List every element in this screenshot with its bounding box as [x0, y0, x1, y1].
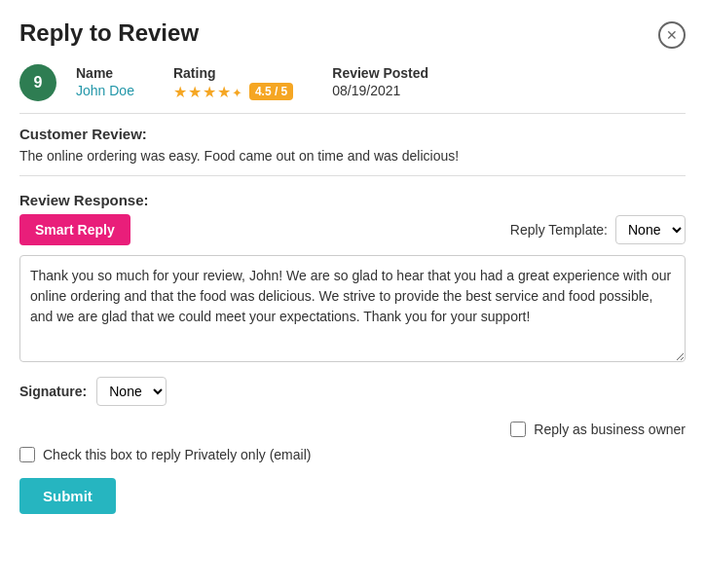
- template-row: Reply Template: None: [510, 215, 686, 244]
- customer-review-section: Customer Review: The online ordering was…: [19, 126, 686, 164]
- avatar: 9: [19, 64, 56, 101]
- smart-reply-button[interactable]: Smart Reply: [19, 214, 130, 245]
- rating-block: Rating ★★★★✦ 4.5 / 5: [173, 65, 293, 101]
- bottom-options: Reply as business owner Check this box t…: [19, 422, 686, 462]
- rating-badge: 4.5 / 5: [249, 83, 293, 100]
- reviewer-info: Name John Doe Rating ★★★★✦ 4.5 / 5 Revie…: [76, 65, 428, 101]
- customer-review-text: The online ordering was easy. Food came …: [19, 148, 686, 164]
- name-value: John Doe: [76, 83, 134, 98]
- private-reply-checkbox[interactable]: [19, 447, 35, 462]
- name-block: Name John Doe: [76, 65, 134, 98]
- divider-1: [19, 113, 686, 114]
- review-response-section: Review Response: Smart Reply Reply Templ…: [19, 192, 686, 514]
- signature-label: Signature:: [19, 384, 87, 399]
- customer-review-label: Customer Review:: [19, 126, 686, 142]
- review-posted-label: Review Posted: [332, 65, 428, 81]
- private-reply-label: Check this box to reply Privately only (…: [43, 447, 311, 462]
- divider-2: [19, 175, 686, 176]
- modal-header: Reply to Review ✕: [19, 19, 686, 49]
- reviewer-row: 9 Name John Doe Rating ★★★★✦ 4.5 / 5 Rev…: [19, 64, 686, 101]
- reply-as-business-checkbox[interactable]: [510, 422, 526, 437]
- signature-select[interactable]: None: [96, 377, 167, 406]
- template-label: Reply Template:: [510, 222, 608, 238]
- reply-as-business-label: Reply as business owner: [534, 422, 686, 437]
- signature-row: Signature: None: [19, 377, 686, 406]
- private-reply-row: Check this box to reply Privately only (…: [19, 447, 686, 462]
- review-posted-block: Review Posted 08/19/2021: [332, 65, 428, 98]
- rating-label: Rating: [173, 65, 293, 81]
- reply-to-review-modal: Reply to Review ✕ 9 Name John Doe Rating…: [0, 0, 705, 588]
- submit-button[interactable]: Submit: [19, 478, 116, 514]
- rating-row: ★★★★✦ 4.5 / 5: [173, 83, 293, 101]
- response-controls: Smart Reply Reply Template: None: [19, 214, 686, 245]
- name-label: Name: [76, 65, 134, 81]
- reply-template-select[interactable]: None: [615, 215, 686, 244]
- review-posted-value: 08/19/2021: [332, 83, 428, 98]
- modal-title: Reply to Review: [19, 19, 199, 47]
- stars: ★★★★✦: [173, 83, 243, 101]
- reply-textarea[interactable]: [19, 255, 686, 362]
- close-button[interactable]: ✕: [658, 21, 686, 49]
- reply-as-business-row: Reply as business owner: [19, 422, 686, 437]
- review-response-label: Review Response:: [19, 192, 686, 208]
